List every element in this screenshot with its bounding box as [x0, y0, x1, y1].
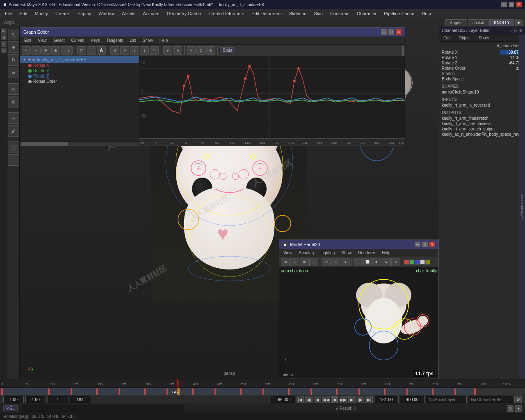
cb-icon-1[interactable]: ◁ [510, 28, 513, 33]
select-tool[interactable]: ↖ [8, 29, 19, 40]
ge-tool-15[interactable]: ⊙ [196, 46, 205, 55]
ge-tool-a[interactable]: A [97, 46, 106, 55]
vleft-icon-4[interactable]: ▼ [1, 48, 7, 53]
ge-outliner-scrollbar[interactable] [20, 142, 139, 146]
mp-maximize[interactable]: □ [422, 242, 428, 247]
mp-menu-renderer[interactable]: Renderer [356, 250, 378, 256]
ge-attr-rotatey[interactable]: Rotate Y [20, 68, 139, 73]
menu-animate[interactable]: Animate [139, 10, 162, 17]
graph-editor-close[interactable]: ✕ [396, 29, 402, 35]
maximize-button[interactable]: □ [509, 2, 514, 7]
rotate-tool[interactable]: ↻ [8, 54, 19, 66]
mp-tool-9[interactable]: ⬜ [363, 258, 372, 266]
main-viewport[interactable]: ♥ [20, 27, 439, 379]
ge-attr-rotatez[interactable]: Rotate Z [20, 73, 139, 79]
ge-tool-13[interactable]: ◂ [173, 46, 182, 55]
close-button[interactable]: ✕ [516, 2, 522, 7]
ge-menu-curves[interactable]: Curves [69, 38, 87, 43]
ge-menu-keys[interactable]: Keys [88, 38, 102, 43]
mp-menu-show[interactable]: Show [339, 250, 354, 256]
menu-window[interactable]: Window [95, 10, 118, 17]
pb-goto-end[interactable]: ▶| [365, 396, 373, 403]
mp-tool-2[interactable]: ⊡ [290, 258, 299, 266]
mp-tool-11[interactable]: ⬙ [382, 258, 391, 266]
vleft-icon-3[interactable]: ▲ [1, 41, 7, 47]
graph-editor-titlebar[interactable]: Graph Editor ─ □ ✕ [20, 27, 405, 37]
pb-prev-key[interactable]: ◀| [305, 396, 313, 403]
menu-geometry-cache[interactable]: Geometry Cache [164, 10, 204, 17]
ge-tool-9[interactable]: ⤴ [130, 46, 139, 55]
ge-tool-5[interactable]: ◫ [77, 46, 86, 55]
ge-tool-16[interactable]: ⊗ [206, 46, 215, 55]
menu-pipeline-cache[interactable]: Pipeline Cache [381, 10, 418, 17]
ge-attr-rotatex[interactable]: Rotate X [20, 63, 139, 68]
channel-rotatey[interactable]: Rotate Y -14.045 [439, 55, 525, 60]
viewport-btn-1[interactable]: ⬛ [8, 142, 19, 153]
graph-editor-maximize[interactable]: □ [388, 29, 394, 35]
ge-tool-6[interactable]: ⬛ [87, 46, 96, 55]
channel-bodyspace[interactable]: Body Space 1 [439, 76, 525, 82]
tl-current[interactable]: 1 [48, 396, 68, 403]
lasso-select[interactable]: ∿ [8, 112, 19, 124]
ge-menu-edit[interactable]: Edit [22, 38, 34, 43]
status-icon-1[interactable]: ⚙ [507, 405, 514, 412]
scale-tool[interactable]: ⊕ [8, 67, 19, 78]
menu-edit[interactable]: Edit [16, 10, 31, 17]
menu-character[interactable]: Character [354, 10, 380, 17]
paint-select[interactable]: 🖌 [8, 125, 19, 137]
ge-node-shoulderfk[interactable]: ▼ ◈ ◈ knolly_ac_rt_shoulderFK [20, 56, 139, 63]
mp-tool-10[interactable]: ◧ [372, 258, 381, 266]
mp-tool-1[interactable]: ⊞ [281, 258, 290, 266]
pb-goto-start[interactable]: |◀ [297, 396, 304, 403]
channel-stretch[interactable]: Stretch 1 [439, 71, 525, 76]
pb-play-forward[interactable]: ▶▶ [340, 396, 347, 403]
stats-button[interactable]: Stats [220, 47, 235, 53]
mp-tool-4[interactable]: ⬚ [309, 258, 318, 266]
mp-tool-3[interactable]: ▦ [300, 258, 309, 266]
ge-tool-10[interactable]: ⤵ [140, 46, 149, 55]
command-input[interactable] [21, 405, 185, 412]
menu-skeleton[interactable]: Skeleton [286, 10, 310, 17]
status-icon-2[interactable]: ◈ [515, 405, 522, 412]
channel-rotatez[interactable]: Rotate Z -64.737 [439, 60, 525, 66]
tabs-scroll[interactable]: ▶ [515, 19, 523, 26]
soft-select[interactable]: ◎ [8, 83, 19, 95]
ge-tool-1[interactable]: ↖ [22, 46, 31, 55]
ge-node-expand[interactable]: ▼ [23, 57, 26, 62]
translate-tool[interactable]: ✥ [8, 41, 19, 53]
mp-minimize[interactable]: ─ [415, 242, 420, 247]
cb-icon-gear[interactable]: ⚙ [519, 28, 523, 33]
pb-play-back[interactable]: ◀◀ [322, 396, 330, 403]
ge-tool-14[interactable]: ≋ [187, 46, 196, 55]
outputs-item-1[interactable]: knolly_rt_arm_finalstretch [439, 116, 525, 121]
timeline-keys[interactable]: 66 [0, 388, 525, 396]
mp-color-w[interactable] [420, 260, 425, 265]
menu-create-deformers[interactable]: Create Deformers [205, 10, 247, 17]
outputs-item-3[interactable]: knolly_rt_arm_stretch_output [439, 126, 525, 132]
mp-tool-6[interactable]: ⊕ [331, 258, 340, 266]
outputs-item-2[interactable]: knolly_rt_arm_stretchiness [439, 121, 525, 126]
cb-menu-show[interactable]: Show [476, 35, 491, 41]
mp-tool-7[interactable]: ◈ [341, 258, 350, 266]
mp-close[interactable]: ✕ [429, 242, 435, 247]
tl-start[interactable]: 1.00 [3, 396, 24, 403]
tl-frame-display[interactable]: 66.00 [271, 396, 295, 403]
tab-knolly[interactable]: KNOLLY [489, 19, 514, 26]
vleft-icon-2[interactable]: ◀ [1, 34, 7, 40]
minimize-button[interactable]: ─ [501, 2, 507, 7]
ge-tool-8[interactable]: ↗ [120, 46, 129, 55]
model-panel-titlebar[interactable]: ■ Model Panel20 ─ □ ✕ [279, 240, 438, 249]
tl-end[interactable]: 181 [70, 396, 90, 403]
menu-file[interactable]: File [2, 10, 16, 17]
menu-display[interactable]: Display [73, 10, 94, 17]
menu-edit-deformers[interactable]: Edit Deformers [248, 10, 285, 17]
ge-menu-view[interactable]: View [35, 38, 49, 43]
anim-layer-selector[interactable]: No Anim Layer [426, 396, 467, 403]
ge-menu-select[interactable]: Select [51, 38, 67, 43]
ge-attr-rotateorder[interactable]: Rotate Order [20, 79, 139, 84]
shapes-item-1[interactable]: nurbsCircleShape19 [439, 89, 525, 95]
pb-stop[interactable]: ■ [331, 396, 338, 403]
cb-icon-2[interactable]: ▷ [514, 28, 518, 33]
menu-help[interactable]: Help [418, 10, 434, 17]
ge-menu-list[interactable]: List [127, 38, 139, 43]
